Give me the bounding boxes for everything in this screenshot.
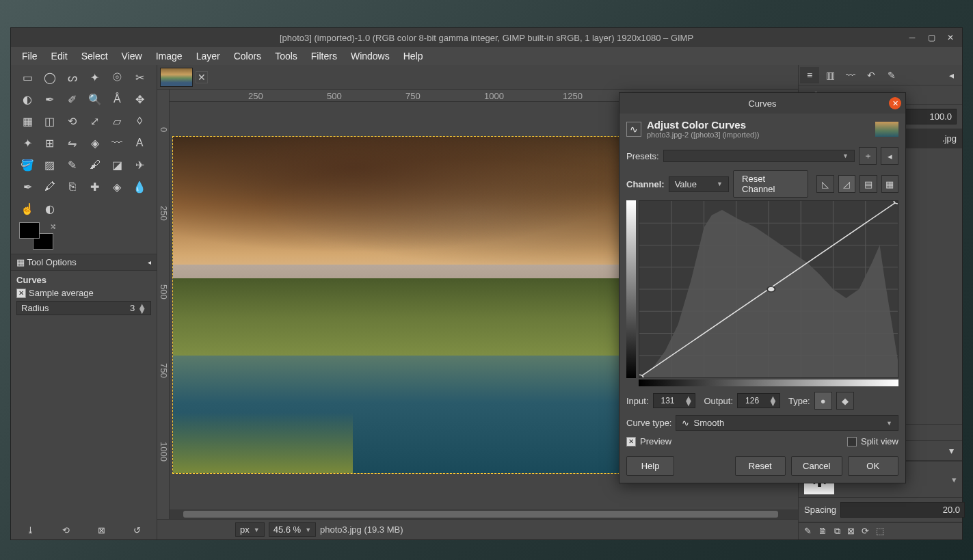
- sample-average-checkbox[interactable]: ✕: [16, 289, 26, 298]
- curve-type-combo[interactable]: ∿ Smooth▼: [676, 415, 898, 431]
- radius-down[interactable]: ▼: [137, 308, 146, 313]
- edit-brush-icon[interactable]: ✎: [804, 526, 812, 537]
- cage-tool[interactable]: ◈: [85, 133, 105, 152]
- image-tab-close[interactable]: ✕: [196, 71, 208, 83]
- handle-transform-tool[interactable]: ⊞: [40, 133, 59, 152]
- bucket-fill-tool[interactable]: 🪣: [18, 155, 37, 174]
- linear-histogram-button[interactable]: ◺: [816, 175, 834, 193]
- dodge-tool[interactable]: ◐: [40, 199, 59, 218]
- presets-combo[interactable]: ▼: [663, 150, 855, 162]
- swap-colors-icon[interactable]: ⤭: [50, 222, 56, 231]
- fg-bg-colors[interactable]: ⤭: [19, 222, 56, 250]
- pencil-tool[interactable]: ✎: [63, 155, 82, 174]
- new-brush-icon[interactable]: 🗎: [818, 526, 827, 537]
- dock-menu-icon[interactable]: ◂: [148, 258, 151, 266]
- menu-colors[interactable]: Colors: [228, 48, 267, 64]
- delete-tool-preset-icon[interactable]: ⊠: [98, 525, 105, 535]
- minimize-button[interactable]: ─: [903, 30, 921, 45]
- log-histogram-button[interactable]: ◿: [838, 175, 855, 193]
- dropdown-icon[interactable]: ▾: [942, 442, 961, 459]
- smudge-tool[interactable]: ☝: [18, 199, 37, 218]
- channel-combo[interactable]: Value▼: [669, 176, 729, 192]
- maximize-button[interactable]: ▢: [922, 30, 940, 45]
- output-value-field[interactable]: ▲▼: [737, 393, 780, 408]
- crop-tool[interactable]: ◫: [40, 111, 59, 131]
- point-type-smooth[interactable]: ●: [814, 392, 832, 410]
- dock-config-icon[interactable]: ◂: [942, 67, 961, 83]
- menu-view[interactable]: View: [116, 48, 148, 64]
- refresh-brushes-icon[interactable]: ⟳: [862, 526, 869, 537]
- heal-tool[interactable]: ✚: [85, 177, 105, 196]
- measure-tool[interactable]: Å: [107, 90, 126, 109]
- by-color-select-tool[interactable]: ⦾: [107, 68, 126, 87]
- flip-tool[interactable]: ⇋: [63, 133, 82, 152]
- perspective-tool[interactable]: ◊: [130, 111, 149, 131]
- menu-layer[interactable]: Layer: [191, 48, 226, 64]
- vertical-ruler[interactable]: 0 250 500 750 1000: [157, 90, 170, 519]
- clone-tool[interactable]: ⎘: [63, 177, 82, 196]
- save-tool-preset-icon[interactable]: ⤓: [27, 525, 34, 535]
- help-button[interactable]: Help: [626, 456, 674, 476]
- add-preset-button[interactable]: ＋: [859, 147, 877, 165]
- gradients-tab-icon[interactable]: 〰: [841, 67, 860, 83]
- brush-menu-icon[interactable]: ▾: [952, 475, 957, 485]
- radius-field[interactable]: Radius 3 ▲▼: [16, 301, 151, 315]
- menu-edit[interactable]: Edit: [46, 48, 73, 64]
- scale-tool[interactable]: ⤢: [85, 111, 105, 131]
- menu-filters[interactable]: Filters: [306, 48, 343, 64]
- image-tab-thumbnail[interactable]: [160, 68, 193, 87]
- text-tool[interactable]: A: [130, 133, 149, 152]
- fuzzy-select-tool[interactable]: ✦: [85, 68, 105, 87]
- fg-color-swatch[interactable]: [19, 222, 40, 239]
- split-view-checkbox[interactable]: [847, 437, 857, 446]
- menu-select[interactable]: Select: [76, 48, 114, 64]
- curves-close-button[interactable]: ✕: [889, 97, 901, 109]
- zoom-tool[interactable]: 🔍: [85, 90, 105, 109]
- menu-windows[interactable]: Windows: [345, 48, 395, 64]
- curve-graph[interactable]: [639, 200, 898, 378]
- ok-button[interactable]: OK: [848, 456, 899, 476]
- paint-dynamics-tab-icon[interactable]: ✎: [882, 67, 901, 83]
- histogram-mode1-button[interactable]: ▤: [859, 175, 877, 193]
- preset-menu-button[interactable]: ◂: [881, 147, 898, 165]
- point-type-corner[interactable]: ◆: [836, 392, 854, 410]
- delete-brush-icon[interactable]: ⊠: [847, 526, 855, 537]
- shear-tool[interactable]: ▱: [107, 111, 126, 131]
- horizontal-scrollbar[interactable]: [170, 509, 798, 519]
- color-picker-tool[interactable]: ✐: [63, 90, 82, 109]
- restore-tool-preset-icon[interactable]: ⟲: [62, 525, 70, 535]
- menu-tools[interactable]: Tools: [269, 48, 303, 64]
- open-as-image-icon[interactable]: ⬚: [876, 526, 884, 537]
- close-button[interactable]: ✕: [942, 30, 959, 45]
- menu-help[interactable]: Help: [398, 48, 429, 64]
- perspective-clone-tool[interactable]: ◈: [107, 177, 126, 196]
- align-tool[interactable]: ▦: [18, 111, 37, 131]
- menu-image[interactable]: Image: [150, 48, 188, 64]
- paths-tool[interactable]: ✒: [40, 90, 59, 109]
- warp-tool[interactable]: 〰: [107, 133, 126, 152]
- zoom-selector[interactable]: 45.6 %▼: [269, 522, 316, 537]
- unified-transform-tool[interactable]: ✦: [18, 133, 37, 152]
- paintbrush-tool[interactable]: 🖌: [85, 155, 105, 174]
- reset-channel-button[interactable]: Reset Channel: [733, 170, 808, 198]
- reset-tool-options-icon[interactable]: ↺: [133, 525, 141, 535]
- gradient-tool[interactable]: ▨: [40, 155, 59, 174]
- scissors-tool[interactable]: ✂: [130, 68, 149, 87]
- patterns-tab-icon[interactable]: ▥: [821, 67, 840, 83]
- preview-checkbox[interactable]: ✕: [626, 437, 636, 446]
- duplicate-brush-icon[interactable]: ⧉: [834, 526, 840, 537]
- brushes-tab-icon[interactable]: ≡: [800, 67, 819, 83]
- rotate-tool[interactable]: ⟲: [63, 111, 82, 131]
- histogram-mode2-button[interactable]: ▦: [881, 175, 898, 193]
- tool-options-dock-header[interactable]: ▦ Tool Options ◂: [11, 254, 157, 271]
- lasso-tool[interactable]: ᔕ: [63, 68, 82, 87]
- unit-selector[interactable]: px▼: [235, 522, 265, 537]
- mypaint-tool[interactable]: 🖍: [40, 177, 59, 196]
- curves-titlebar[interactable]: Curves ✕: [619, 93, 905, 114]
- undo-history-tab-icon[interactable]: ↶: [862, 67, 881, 83]
- rect-select-tool[interactable]: ▭: [18, 68, 37, 87]
- eraser-tool[interactable]: ◪: [107, 155, 126, 174]
- reset-button[interactable]: Reset: [735, 456, 786, 476]
- airbrush-tool[interactable]: ✈: [130, 155, 149, 174]
- move-tool[interactable]: ✥: [130, 90, 149, 109]
